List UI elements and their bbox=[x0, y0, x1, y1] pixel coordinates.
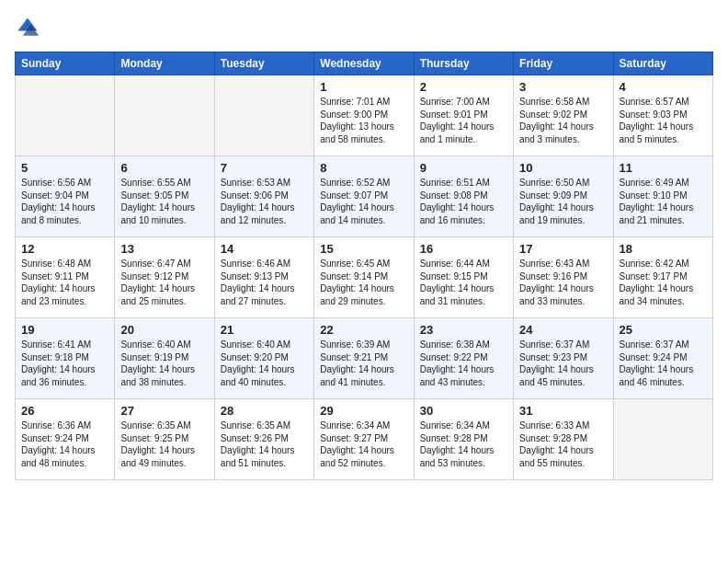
sunrise-line: Sunrise: 6:38 AM bbox=[420, 339, 507, 351]
calendar-cell: 18Sunrise: 6:42 AMSunset: 9:17 PMDayligh… bbox=[613, 237, 712, 318]
calendar-table: SundayMondayTuesdayWednesdayThursdayFrid… bbox=[15, 52, 713, 480]
daylight-line: Daylight: 14 hours and 48 minutes. bbox=[21, 444, 108, 469]
sunrise-line: Sunrise: 6:33 AM bbox=[519, 419, 607, 432]
calendar-cell: 27Sunrise: 6:35 AMSunset: 9:25 PMDayligh… bbox=[115, 399, 214, 480]
day-number: 1 bbox=[320, 80, 407, 94]
day-number: 28 bbox=[221, 404, 308, 418]
calendar-cell: 28Sunrise: 6:35 AMSunset: 9:26 PMDayligh… bbox=[214, 399, 313, 480]
day-number: 26 bbox=[21, 404, 108, 418]
day-number: 18 bbox=[620, 242, 707, 256]
calendar-cell: 24Sunrise: 6:37 AMSunset: 9:23 PMDayligh… bbox=[514, 318, 613, 399]
weekday-header-saturday: Saturday bbox=[613, 52, 712, 75]
weekday-header-friday: Friday bbox=[514, 52, 613, 75]
day-number: 23 bbox=[420, 323, 507, 337]
sunset-line: Sunset: 9:08 PM bbox=[420, 190, 507, 202]
calendar-body: 1Sunrise: 7:01 AMSunset: 9:00 PMDaylight… bbox=[16, 75, 713, 480]
sunset-line: Sunset: 9:14 PM bbox=[320, 270, 407, 283]
sunset-line: Sunset: 9:05 PM bbox=[120, 190, 208, 202]
sunrise-line: Sunrise: 6:43 AM bbox=[519, 258, 607, 270]
calendar-cell: 15Sunrise: 6:45 AMSunset: 9:14 PMDayligh… bbox=[314, 237, 414, 318]
sunset-line: Sunset: 9:23 PM bbox=[519, 351, 607, 364]
day-number: 30 bbox=[420, 404, 507, 418]
day-number: 15 bbox=[320, 242, 407, 256]
daylight-line: Daylight: 14 hours and 25 minutes. bbox=[120, 282, 208, 307]
daylight-line: Daylight: 14 hours and 43 minutes. bbox=[420, 363, 507, 388]
calendar-cell bbox=[613, 399, 712, 480]
sunset-line: Sunset: 9:20 PM bbox=[221, 351, 308, 364]
daylight-line: Daylight: 14 hours and 41 minutes. bbox=[320, 363, 407, 388]
sunrise-line: Sunrise: 6:34 AM bbox=[420, 419, 507, 432]
sunrise-line: Sunrise: 7:01 AM bbox=[320, 96, 407, 109]
sunset-line: Sunset: 9:26 PM bbox=[221, 432, 308, 445]
weekday-header-sunday: Sunday bbox=[16, 52, 115, 75]
daylight-line: Daylight: 14 hours and 23 minutes. bbox=[21, 282, 108, 307]
day-number: 31 bbox=[519, 404, 607, 418]
daylight-line: Daylight: 14 hours and 3 minutes. bbox=[519, 121, 607, 145]
daylight-line: Daylight: 14 hours and 51 minutes. bbox=[221, 444, 308, 469]
sunset-line: Sunset: 9:24 PM bbox=[21, 432, 108, 445]
logo bbox=[15, 15, 44, 40]
sunset-line: Sunset: 9:28 PM bbox=[420, 432, 507, 445]
calendar-cell: 5Sunrise: 6:56 AMSunset: 9:04 PMDaylight… bbox=[16, 156, 115, 237]
calendar-cell: 1Sunrise: 7:01 AMSunset: 9:00 PMDaylight… bbox=[314, 75, 414, 156]
daylight-line: Daylight: 14 hours and 27 minutes. bbox=[221, 282, 308, 307]
day-number: 8 bbox=[320, 161, 407, 175]
sunset-line: Sunset: 9:13 PM bbox=[221, 270, 308, 283]
daylight-line: Daylight: 14 hours and 19 minutes. bbox=[519, 201, 607, 226]
calendar-cell bbox=[214, 75, 313, 156]
calendar-cell: 3Sunrise: 6:58 AMSunset: 9:02 PMDaylight… bbox=[514, 75, 613, 156]
day-number: 11 bbox=[620, 161, 707, 175]
calendar-week-1: 1Sunrise: 7:01 AMSunset: 9:00 PMDaylight… bbox=[16, 75, 713, 156]
sunrise-line: Sunrise: 6:44 AM bbox=[420, 258, 507, 270]
sunrise-line: Sunrise: 6:35 AM bbox=[120, 419, 208, 432]
daylight-line: Daylight: 14 hours and 45 minutes. bbox=[519, 363, 607, 388]
calendar-week-5: 26Sunrise: 6:36 AMSunset: 9:24 PMDayligh… bbox=[16, 399, 713, 480]
calendar-week-3: 12Sunrise: 6:48 AMSunset: 9:11 PMDayligh… bbox=[16, 237, 713, 318]
sunrise-line: Sunrise: 6:57 AM bbox=[620, 96, 707, 109]
day-number: 24 bbox=[519, 323, 607, 337]
calendar-cell: 17Sunrise: 6:43 AMSunset: 9:16 PMDayligh… bbox=[514, 237, 613, 318]
day-number: 16 bbox=[420, 242, 507, 256]
sunset-line: Sunset: 9:06 PM bbox=[221, 190, 308, 202]
sunrise-line: Sunrise: 6:42 AM bbox=[620, 258, 707, 270]
sunset-line: Sunset: 9:18 PM bbox=[21, 351, 108, 364]
sunrise-line: Sunrise: 6:49 AM bbox=[620, 177, 707, 190]
sunset-line: Sunset: 9:11 PM bbox=[21, 270, 108, 283]
sunset-line: Sunset: 9:22 PM bbox=[420, 351, 507, 364]
sunrise-line: Sunrise: 6:45 AM bbox=[320, 258, 407, 270]
calendar-cell bbox=[16, 75, 115, 156]
sunset-line: Sunset: 9:16 PM bbox=[519, 270, 607, 283]
sunrise-line: Sunrise: 6:52 AM bbox=[320, 177, 407, 190]
daylight-line: Daylight: 14 hours and 49 minutes. bbox=[120, 444, 208, 469]
calendar-week-4: 19Sunrise: 6:41 AMSunset: 9:18 PMDayligh… bbox=[16, 318, 713, 399]
sunrise-line: Sunrise: 6:50 AM bbox=[519, 177, 607, 190]
day-number: 7 bbox=[221, 161, 308, 175]
sunrise-line: Sunrise: 6:53 AM bbox=[221, 177, 308, 190]
sunrise-line: Sunrise: 6:48 AM bbox=[21, 258, 108, 270]
day-number: 21 bbox=[221, 323, 308, 337]
day-number: 22 bbox=[320, 323, 407, 337]
sunset-line: Sunset: 9:07 PM bbox=[320, 190, 407, 202]
day-number: 27 bbox=[120, 404, 208, 418]
calendar-cell: 10Sunrise: 6:50 AMSunset: 9:09 PMDayligh… bbox=[514, 156, 613, 237]
daylight-line: Daylight: 14 hours and 46 minutes. bbox=[620, 363, 707, 388]
calendar-week-2: 5Sunrise: 6:56 AMSunset: 9:04 PMDaylight… bbox=[16, 156, 713, 237]
calendar-header-row: SundayMondayTuesdayWednesdayThursdayFrid… bbox=[16, 52, 713, 75]
sunset-line: Sunset: 9:17 PM bbox=[620, 270, 707, 283]
sunset-line: Sunset: 9:25 PM bbox=[120, 432, 208, 445]
calendar-cell: 8Sunrise: 6:52 AMSunset: 9:07 PMDaylight… bbox=[314, 156, 414, 237]
calendar-cell: 13Sunrise: 6:47 AMSunset: 9:12 PMDayligh… bbox=[115, 237, 214, 318]
daylight-line: Daylight: 14 hours and 55 minutes. bbox=[519, 444, 607, 469]
calendar-cell: 25Sunrise: 6:37 AMSunset: 9:24 PMDayligh… bbox=[613, 318, 712, 399]
day-number: 13 bbox=[120, 242, 208, 256]
daylight-line: Daylight: 14 hours and 33 minutes. bbox=[519, 282, 607, 307]
sunset-line: Sunset: 9:24 PM bbox=[620, 351, 707, 364]
calendar-cell: 19Sunrise: 6:41 AMSunset: 9:18 PMDayligh… bbox=[16, 318, 115, 399]
sunset-line: Sunset: 9:01 PM bbox=[420, 109, 507, 121]
day-number: 12 bbox=[21, 242, 108, 256]
sunrise-line: Sunrise: 6:37 AM bbox=[620, 339, 707, 351]
sunset-line: Sunset: 9:04 PM bbox=[21, 190, 108, 202]
calendar-cell: 23Sunrise: 6:38 AMSunset: 9:22 PMDayligh… bbox=[414, 318, 513, 399]
day-number: 5 bbox=[21, 161, 108, 175]
sunrise-line: Sunrise: 6:39 AM bbox=[320, 339, 407, 351]
